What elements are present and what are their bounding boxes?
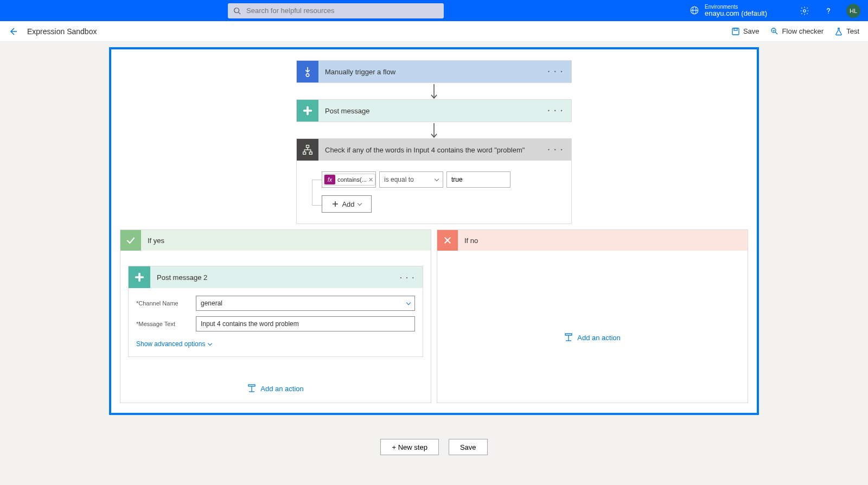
slack-icon [297,100,318,122]
avatar[interactable]: HL [846,4,860,18]
svg-rect-25 [139,276,144,278]
message-label: *Message Text [136,321,196,327]
command-bar: Expression Sandbox Save Flow checker Tes… [0,21,868,42]
svg-rect-9 [734,28,737,30]
save-button[interactable]: Save [731,27,760,36]
condition-icon [297,139,318,161]
channel-select[interactable]: general [196,296,415,311]
add-action-icon [247,384,256,393]
condition-title: Check if any of the words in Input 4 con… [318,146,548,154]
search-icon [233,7,241,15]
if-no-branch: If no Add an action [437,229,748,403]
show-advanced-link[interactable]: Show advanced options [136,340,212,348]
chevron-down-icon [208,341,212,346]
test-button[interactable]: Test [834,27,859,36]
trigger-icon [297,61,318,82]
environment-name: enayu.com (default) [705,10,767,17]
condition-value[interactable] [446,171,510,188]
post-message-title: Post message [318,107,548,115]
post-message-menu[interactable]: · · · [548,106,571,115]
chevron-down-icon [406,301,411,305]
flow-canvas: Manually trigger a flow · · · Post messa… [109,47,759,415]
back-button[interactable] [9,27,17,36]
chevron-down-icon [357,201,361,206]
svg-rect-18 [303,152,306,154]
environment-picker[interactable]: Environments enayu.com (default) [690,4,767,17]
flow-checker-icon [770,27,779,36]
svg-line-1 [239,12,241,14]
trigger-title: Manually trigger a flow [318,68,548,76]
x-icon [437,230,458,251]
environment-icon [690,5,699,15]
remove-token[interactable]: ✕ [368,176,373,183]
svg-rect-31 [565,334,572,335]
post-message-card[interactable]: Post message · · · [296,99,572,122]
check-icon [120,230,141,251]
post-message-2-menu[interactable]: · · · [400,273,423,282]
flow-title: Expression Sandbox [27,27,97,36]
condition-menu[interactable]: · · · [548,145,571,154]
environment-label: Environments [705,4,767,10]
message-input[interactable]: Input 4 contains the word problem [196,316,415,331]
channel-label: *Channel Name [136,300,196,307]
svg-rect-8 [732,28,739,35]
svg-rect-26 [248,385,255,386]
svg-point-0 [234,8,239,12]
svg-rect-15 [307,110,312,112]
condition-operator[interactable]: is equal to [379,171,443,188]
svg-point-6 [828,12,829,14]
svg-point-5 [803,9,806,12]
add-condition-button[interactable]: Add [322,195,372,213]
svg-rect-19 [309,152,312,154]
trigger-card[interactable]: Manually trigger a flow · · · [296,60,572,83]
settings-icon[interactable] [799,5,810,17]
chevron-down-icon [435,177,439,181]
search-box[interactable] [228,3,444,18]
help-icon[interactable] [822,5,834,17]
add-action-icon [564,333,573,342]
svg-point-10 [771,28,776,33]
svg-rect-17 [307,145,309,148]
trigger-menu[interactable]: · · · [548,67,571,76]
slack-icon [129,266,150,288]
add-action-yes[interactable]: Add an action [128,384,423,393]
flow-checker-button[interactable]: Flow checker [770,27,824,36]
top-bar: Environments enayu.com (default) HL [0,0,868,21]
if-yes-header[interactable]: If yes [120,230,431,251]
condition-card[interactable]: Check if any of the words in Input 4 con… [296,138,572,224]
if-no-header[interactable]: If no [437,230,748,251]
search-input[interactable] [246,7,438,15]
save-icon [731,27,740,36]
fx-icon: fx [324,175,335,184]
new-step-button[interactable]: + New step [380,439,438,455]
condition-left-operand[interactable]: fx contains(... ✕ [322,171,376,188]
connector-arrow [433,84,435,98]
if-yes-branch: If yes Post message 2 · · · [120,229,431,403]
save-bottom-button[interactable]: Save [449,439,488,455]
post-message-2-card[interactable]: Post message 2 · · · *Channel Name gener… [128,266,423,357]
add-action-no[interactable]: Add an action [445,333,740,342]
test-icon [834,27,843,36]
connector-arrow [433,123,435,137]
